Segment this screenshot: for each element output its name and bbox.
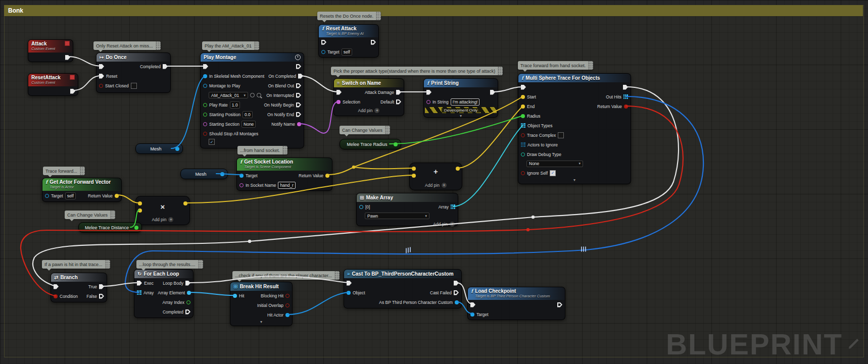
array-index-pin[interactable] <box>186 300 190 304</box>
ignore-self-pin[interactable] <box>521 171 525 175</box>
target-pin[interactable] <box>45 194 49 198</box>
hit-pin[interactable] <box>233 294 237 298</box>
exec-in-pin[interactable] <box>347 281 352 286</box>
expand-chevron-icon[interactable]: ▾ <box>424 114 498 120</box>
exec-out-pin[interactable] <box>296 64 301 69</box>
exec-in-pin[interactable] <box>426 90 431 95</box>
multiply-input-a-pin[interactable] <box>138 201 142 205</box>
node-do-once[interactable]: ↦Do Once Completed Reset Start Closed <box>96 53 171 93</box>
exec-in-pin[interactable] <box>203 64 208 69</box>
end-pin[interactable] <box>521 105 525 109</box>
starting-position-field[interactable]: 0.0 <box>243 111 253 118</box>
variable-mesh[interactable]: Mesh <box>180 169 228 179</box>
node-attack-event[interactable]: Attack Custom Event <box>28 39 73 62</box>
node-comment[interactable]: If a pawn is hit in that trace... <box>42 260 110 269</box>
add-output-pin[interactable] <box>456 167 460 171</box>
node-branch[interactable]: ⇄Branch True ConditionFalse <box>51 273 107 302</box>
node-add[interactable]: + Add pin+ <box>409 163 462 190</box>
skeletal-mesh-pin[interactable] <box>203 74 207 78</box>
variable-out-pin[interactable] <box>394 142 398 146</box>
return-value-pin[interactable] <box>115 194 119 198</box>
exec-in-pin[interactable] <box>99 64 104 69</box>
variable-out-pin[interactable] <box>175 147 179 151</box>
node-comment[interactable]: Only Reset Attack on miss... <box>93 41 161 50</box>
exec-in-pin[interactable] <box>137 281 142 286</box>
exec-out-pin[interactable] <box>490 90 495 95</box>
node-switch-on-name[interactable]: ≡Switch on Name Attack Damage SelectionD… <box>333 78 404 116</box>
condition-pin[interactable] <box>54 294 58 298</box>
exec-in-pin[interactable] <box>470 302 475 307</box>
exec-out-pin[interactable] <box>454 281 459 286</box>
object-pin[interactable] <box>347 291 351 295</box>
node-multi-sphere-trace[interactable]: fMulti Sphere Trace For Objects StartOut… <box>518 73 631 184</box>
node-load-checkpoint[interactable]: f Load Checkpoint Target is BP Third Per… <box>467 287 565 320</box>
add-input-a-pin[interactable] <box>412 167 416 171</box>
draw-debug-type-pin[interactable] <box>521 152 525 157</box>
variable-melee-trace-radius[interactable]: Melee Trace Radius <box>340 139 401 149</box>
target-field[interactable]: self <box>342 48 352 56</box>
node-reset-attack-call[interactable]: f Reset Attack Target is BP Enemy AI Tar… <box>318 24 379 58</box>
multiply-input-b-pin[interactable] <box>138 209 142 213</box>
reset-exec-pin[interactable] <box>99 74 104 79</box>
node-comment[interactable]: ...loop through the results.... <box>136 260 203 269</box>
exec-out-pin[interactable] <box>70 89 75 94</box>
node-comment[interactable]: ...check if any of them are the player c… <box>232 271 340 280</box>
delegate-pin[interactable] <box>65 41 70 46</box>
false-pin[interactable] <box>99 294 104 299</box>
node-print-string[interactable]: fPrint String In StringI'm attacking! De… <box>423 78 498 118</box>
add-pin-button[interactable]: Add pin+ <box>357 220 458 228</box>
true-pin[interactable] <box>99 284 104 289</box>
exec-out-pin[interactable] <box>557 302 562 307</box>
target-field[interactable]: self <box>65 192 76 199</box>
starting-section-pin[interactable] <box>203 122 207 126</box>
array-element-pin[interactable] <box>187 291 191 295</box>
node-resetattack-event[interactable]: ResetAttack Custom Event <box>28 73 78 96</box>
node-comment[interactable]: Play the AM_Attack_01 <box>202 41 259 50</box>
node-break-hit-result[interactable]: ⊞Break Hit Result HitBlocking Hit Initia… <box>230 282 293 326</box>
as-bp-pin[interactable] <box>455 300 459 304</box>
should-stop-pin[interactable] <box>203 132 207 136</box>
variable-mesh[interactable]: Mesh <box>135 143 183 154</box>
add-pin-button[interactable]: Add pin+ <box>136 216 189 224</box>
notify-name-pin[interactable] <box>297 122 301 126</box>
node-cast-to-bp-thirdpersoncharactercustom[interactable]: »Cast To BP_ThirdPersonCharacterCustom O… <box>344 269 462 308</box>
variable-out-pin[interactable] <box>134 226 138 230</box>
element-0-dropdown[interactable]: Pawn▾ <box>365 213 429 219</box>
on-notify-end-pin[interactable] <box>296 112 301 117</box>
radius-pin[interactable] <box>521 114 525 118</box>
play-rate-field[interactable]: 1.0 <box>230 101 240 109</box>
node-play-montage[interactable]: Play Montage In Skeletal Mesh ComponentO… <box>200 53 304 148</box>
montage-dropdown[interactable]: AM_Attack_01▾ <box>209 92 248 98</box>
variable-out-pin[interactable] <box>220 172 224 176</box>
socket-name-field[interactable]: hand_r <box>278 182 295 189</box>
in-string-field[interactable]: I'm attacking! <box>451 98 480 106</box>
exec-in-pin[interactable] <box>336 90 342 95</box>
node-comment[interactable]: Resets the Do Once node. <box>317 12 381 20</box>
in-socket-name-pin[interactable] <box>239 183 244 187</box>
expand-chevron-icon[interactable]: ▾ <box>230 320 292 326</box>
initial-overlap-pin[interactable] <box>285 303 290 307</box>
selection-pin[interactable] <box>336 100 341 104</box>
on-notify-begin-pin[interactable] <box>296 102 301 108</box>
attack-damage-pin[interactable] <box>396 90 401 95</box>
on-blend-out-pin[interactable] <box>296 83 301 88</box>
use-asset-icon[interactable] <box>250 93 255 97</box>
node-comment[interactable]: Trace forward from hand socket. <box>518 61 593 70</box>
trace-complex-pin[interactable] <box>521 133 525 137</box>
browse-asset-icon[interactable] <box>257 93 261 97</box>
default-pin[interactable] <box>396 99 401 105</box>
on-completed-pin[interactable] <box>298 74 303 79</box>
node-comment[interactable]: ...from hand socket. <box>237 146 287 154</box>
node-make-array[interactable]: ⊞Make Array [0]Array Pawn▾ Add pin+ <box>356 193 458 226</box>
completed-pin[interactable] <box>185 309 190 315</box>
return-value-pin[interactable] <box>624 105 628 109</box>
add-pin-button[interactable]: Add pin+ <box>410 181 462 189</box>
return-value-pin[interactable] <box>325 174 329 178</box>
node-get-socket-location[interactable]: f Get Socket Location Target is Scene Co… <box>236 158 332 191</box>
node-multiply[interactable]: × Add pin+ <box>135 196 190 225</box>
target-pin[interactable] <box>239 174 244 178</box>
play-rate-pin[interactable] <box>203 103 207 107</box>
draw-debug-dropdown[interactable]: None▾ <box>526 161 583 167</box>
multiply-output-pin[interactable] <box>183 201 187 205</box>
target-pin[interactable] <box>321 50 325 54</box>
